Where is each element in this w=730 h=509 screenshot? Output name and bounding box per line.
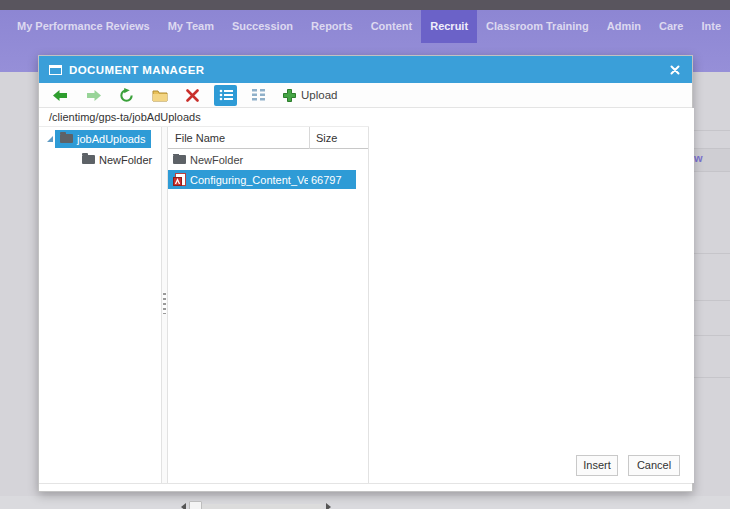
nav-item-succession[interactable]: Succession [223,10,302,43]
upload-button-label: Upload [301,89,337,101]
insert-button[interactable]: Insert [576,455,618,476]
grid-rows: NewFolderConfiguring_Content_Vendo66797 [168,150,368,189]
dialog-title: DOCUMENT MANAGER [69,64,668,76]
file-grid-panel: File Name Size NewFolderConfiguring_Cont… [168,127,369,483]
file-row-configuring-content-vendo[interactable]: Configuring_Content_Vendo66797 [168,170,356,189]
background-partial-link: w [694,152,703,164]
scroll-left-icon[interactable] [181,503,186,509]
refresh-button[interactable] [115,85,138,106]
grid-header: File Name Size [168,127,368,149]
column-header-file-name[interactable]: File Name [168,132,309,144]
cancel-button[interactable]: Cancel [628,455,680,476]
close-icon[interactable] [668,63,682,77]
column-header-size[interactable]: Size [309,127,337,149]
upload-plus-icon [283,89,296,102]
folder-icon [173,155,186,164]
nav-item-admin[interactable]: Admin [598,10,650,43]
forward-button[interactable] [82,85,105,106]
delete-icon [186,89,199,102]
grid-view-button[interactable] [247,85,270,106]
tree-node-jobaduploads[interactable]: jobAdUploads [39,129,161,148]
back-button[interactable] [49,85,72,106]
grid-view-icon [252,89,265,101]
nav-item-classroom-training[interactable]: Classroom Training [477,10,598,43]
background-row-divider [690,300,730,301]
nav-item-inte[interactable]: Inte [693,10,730,43]
explorer-toolbar: Upload [39,83,692,108]
background-row-divider [690,377,730,378]
nav-item-recruit[interactable]: Recruit [421,10,477,43]
list-view-button[interactable] [214,85,237,106]
tree-node-label: NewFolder [99,154,152,166]
new-folder-button[interactable] [148,85,171,106]
file-name: Configuring_Content_Vendo [190,174,308,186]
file-size: 66797 [308,174,342,186]
scrollbar-track[interactable] [189,504,323,509]
background-row-divider [690,253,730,254]
file-name: NewFolder [190,154,243,166]
back-arrow-icon [53,90,68,101]
folder-tree-panel: jobAdUploadsNewFolder [39,127,161,483]
address-path: /clientimg/gps-ta/jobAdUploads [49,111,201,123]
nav-item-reports[interactable]: Reports [302,10,362,43]
nav-item-my-team[interactable]: My Team [159,10,223,43]
preview-pane [369,108,694,483]
refresh-icon [119,88,134,103]
delete-button[interactable] [181,85,204,106]
upload-button[interactable]: Upload [283,89,337,102]
tree-node-newfolder[interactable]: NewFolder [39,150,161,169]
nav-item-my-performance-reviews[interactable]: My Performance Reviews [8,10,159,43]
tree-collapse-icon[interactable] [45,134,55,144]
nav-item-care[interactable]: Care [650,10,692,43]
document-manager-dialog: DOCUMENT MANAGER [38,55,693,492]
nav-items: My Performance ReviewsMy TeamSuccessionR… [0,10,730,43]
nav-item-content[interactable]: Content [362,10,422,43]
tree-node-label: jobAdUploads [77,133,146,145]
new-folder-icon [152,89,168,102]
window-icon [49,65,62,75]
content-bottom-border [39,483,692,484]
top-status-strip [0,0,730,10]
folder-icon [60,134,73,143]
pdf-file-icon [173,173,186,186]
scroll-right-icon[interactable] [326,503,331,509]
tree-expand-icon[interactable] [67,155,77,165]
forward-arrow-icon [86,90,101,101]
splitter-grip-icon[interactable] [163,292,166,314]
horizontal-scrollbar[interactable] [181,500,331,509]
scrollbar-thumb[interactable] [189,501,202,509]
panel-splitter[interactable] [161,127,168,483]
dialog-titlebar[interactable]: DOCUMENT MANAGER [39,56,692,83]
background-row-divider [690,335,730,336]
background-row-divider [690,130,730,131]
folder-icon [82,155,95,164]
list-view-icon [219,89,233,101]
background-bottom-strip [0,496,730,509]
file-row-newfolder[interactable]: NewFolder [168,150,368,169]
